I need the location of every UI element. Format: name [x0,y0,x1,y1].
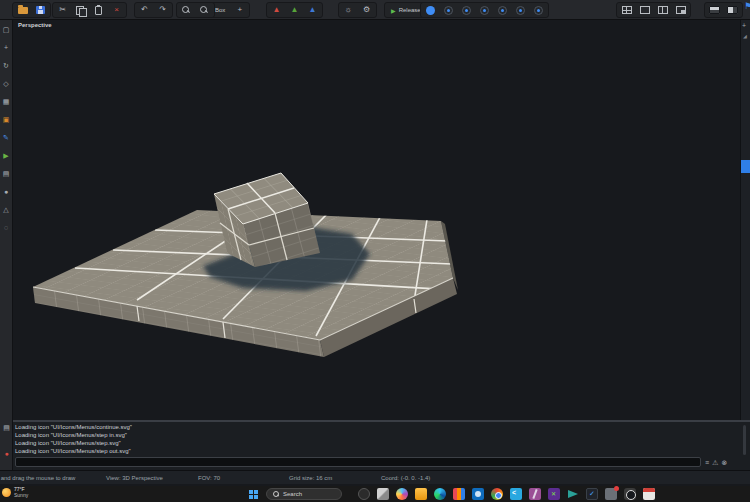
level-editor-active-icon[interactable] [624,488,636,500]
world-sphere-1-button[interactable] [422,4,439,17]
layout-mixed-button[interactable] [672,4,689,17]
status-hint: Click and drag the mouse to draw [0,475,75,481]
vscode-icon[interactable] [510,488,522,500]
console-menu-icon[interactable]: ≡ [705,459,709,466]
task-view-icon[interactable] [377,488,389,500]
console-clear-icon[interactable]: ⊗ [721,459,727,466]
error-indicator-icon: ● [4,450,8,457]
console-panel-button[interactable]: ▤ [2,423,12,432]
draw-tool-button[interactable]: ✎ [1,133,11,142]
cut-button[interactable]: ✂ [54,4,71,17]
camera-tool-button[interactable]: △ [1,205,11,214]
redo-button[interactable]: ↷ [154,4,171,17]
undo-button[interactable]: ↶ [136,4,153,17]
environment-button[interactable]: ☼ [340,4,357,17]
notification-app-icon[interactable] [605,488,617,500]
paste-button[interactable] [90,4,107,17]
add-panel-button[interactable]: + [742,22,746,29]
layout-split-button[interactable] [654,4,671,17]
box-brush-tool-button[interactable]: ▣ [1,115,11,124]
entity-tool-button[interactable]: ● [1,187,11,196]
move-tool-icon: + [4,44,8,51]
console-log-line: Loading icon "UI/Icons/Menus/step out.sv… [15,448,736,455]
weather-widget[interactable]: 77°F Sunny [2,487,28,498]
status-fov: FOV: 70 [198,475,220,481]
mesh-tool-button[interactable]: ▤ [1,169,11,178]
terrain-blue-button[interactable]: ▲ [304,4,321,17]
terrain-red-button[interactable]: ▲ [268,4,285,17]
layout-split-icon [658,6,668,14]
settings-gear-button[interactable]: ⚙ [358,4,375,17]
panel-right-button[interactable] [724,4,741,17]
start-button[interactable] [249,490,258,499]
play-tool-button[interactable]: ▶ [1,151,11,160]
copilot-icon[interactable] [396,488,408,500]
cube-brush[interactable] [214,173,320,267]
snap-tool-button[interactable]: ▦ [1,97,11,106]
visual-studio-icon[interactable] [529,488,541,500]
search-placeholder: Search [283,491,302,497]
terrain-blue-icon: ▲ [309,6,317,14]
delete-button[interactable]: × [108,4,125,17]
zoom-out-icon [200,6,209,15]
mesh-tool-icon: ▤ [3,170,10,177]
terrain-red-icon: ▲ [273,6,281,14]
scale-tool-button[interactable]: ◇ [1,79,11,88]
toolbar-group: ✂× [52,2,127,18]
tray-app-icon[interactable] [358,488,370,500]
console-scrollbar[interactable] [743,425,746,455]
world-sphere-4-button[interactable] [476,4,493,17]
checkmark-app-icon[interactable] [586,488,598,500]
add-tool-button[interactable]: + [231,4,248,17]
chrome-icon[interactable] [491,488,503,500]
file-explorer-icon[interactable] [415,488,427,500]
camera-tool-icon: △ [3,206,8,213]
environment-icon: ☼ [345,6,352,14]
toolbar-group: ☼⚙ [338,2,377,18]
outlook-icon[interactable] [472,488,484,500]
options-tool-button[interactable]: ◌ [1,223,11,232]
clipboard-app-icon[interactable] [643,488,655,500]
scrollbar-thumb[interactable] [741,160,750,173]
console-panel: Loading icon "UI/Icons/Menus/continue.sv… [13,420,750,470]
terrain-green-button[interactable]: ▲ [286,4,303,17]
microsoft-store-icon[interactable] [453,488,465,500]
box-tool-label: Box [215,7,225,13]
console-warnings-icon[interactable]: ⚠ [712,459,718,466]
edge-browser-icon[interactable] [434,488,446,500]
world-sphere-6-button[interactable] [512,4,529,17]
move-tool-button[interactable]: + [1,43,11,52]
terrain-green-icon: ▲ [291,6,299,14]
world-sphere-3-icon [462,6,471,15]
world-sphere-3-button[interactable] [458,4,475,17]
messaging-app-icon[interactable] [567,488,579,500]
save-button[interactable] [32,4,49,17]
world-sphere-2-button[interactable] [440,4,457,17]
world-sphere-5-button[interactable] [494,4,511,17]
select-tool-button[interactable]: ▢ [1,25,11,34]
layout-quad-button[interactable] [618,4,635,17]
rotate-tool-button[interactable]: ↻ [1,61,11,70]
3d-viewport[interactable]: Perspective [13,20,740,420]
status-bar: Click and drag the mouse to draw View: 3… [0,470,750,484]
copy-button[interactable] [72,4,89,17]
console-input[interactable] [15,457,701,467]
open-folder-button[interactable] [14,4,31,17]
panel-bottom-button[interactable] [706,4,723,17]
save-icon [36,6,45,14]
console-log-line: Loading icon "UI/Icons/Menus/step.svg" [15,440,736,447]
layout-single-button[interactable] [636,4,653,17]
windows-taskbar: 77°F Sunny Search [0,486,750,502]
pin-flag-icon: ⚑ [744,1,750,11]
scale-tool-icon: ◇ [3,80,8,87]
zoom-out-button[interactable] [196,4,213,17]
taskbar-icons [358,488,655,500]
dev-tool-icon[interactable] [548,488,560,500]
layout-mixed-icon [676,6,686,14]
redo-icon: ↷ [159,6,166,14]
error-indicator-button[interactable]: ● [2,449,12,458]
zoom-in-button[interactable] [178,4,195,17]
taskbar-search[interactable]: Search [266,488,342,500]
world-sphere-7-button[interactable] [530,4,547,17]
toolbar-group [420,2,549,18]
